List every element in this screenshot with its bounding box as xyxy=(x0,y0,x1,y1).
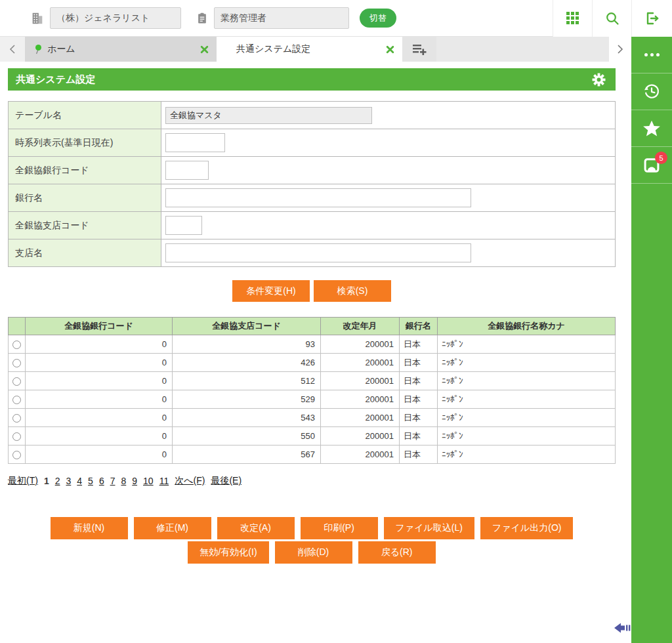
field-label: 銀行名 xyxy=(9,184,161,212)
sidebar-filler xyxy=(631,184,672,643)
page-link[interactable]: 11 xyxy=(159,476,169,486)
apps-menu-button[interactable] xyxy=(553,0,592,37)
tabs-scroll-right-button[interactable] xyxy=(609,37,631,62)
page-link[interactable]: 10 xyxy=(143,476,154,486)
results-header-row: 全銀協銀行コード 全銀協支店コード 改定年月 銀行名 全銀協銀行名称カナ xyxy=(9,318,616,335)
form-row: 全銀協銀行コード xyxy=(9,157,616,184)
role-field[interactable] xyxy=(214,7,349,29)
page-link[interactable]: 6 xyxy=(99,476,104,486)
switch-button[interactable]: 切替 xyxy=(360,9,396,28)
revise-button[interactable]: 改定(A) xyxy=(217,517,295,539)
sidebar-more-button[interactable] xyxy=(631,37,672,73)
settings-gear-icon[interactable] xyxy=(591,72,606,87)
field-label: 時系列表示(基準日現在) xyxy=(9,129,161,157)
revision-cell: 200001 xyxy=(321,409,400,427)
topbar-actions xyxy=(553,0,672,37)
table-row: 0 529 200001 日本 ﾆｯﾎﾟﾝ xyxy=(9,390,616,409)
tab-home[interactable]: ホーム xyxy=(25,37,217,62)
field-label: テーブル名 xyxy=(9,102,161,129)
table-name-input[interactable] xyxy=(165,107,372,124)
tab-common-system-settings[interactable]: 共通システム設定 xyxy=(217,37,402,62)
edit-button[interactable]: 修正(M) xyxy=(134,517,211,539)
page-next-link[interactable]: 次へ(F) xyxy=(175,475,205,487)
page-link[interactable]: 7 xyxy=(110,476,116,486)
tab-home-close-icon[interactable] xyxy=(200,45,209,54)
bank-code-input[interactable] xyxy=(165,161,209,180)
bank-name-input[interactable] xyxy=(165,188,471,207)
tab-active-label: 共通システム設定 xyxy=(236,43,386,55)
row-select-radio[interactable] xyxy=(12,432,21,441)
company-field[interactable] xyxy=(50,7,181,29)
bank-name-cell: 日本 xyxy=(400,390,438,409)
search-submit-button[interactable]: 検索(S) xyxy=(314,280,391,302)
bank-kana-cell: ﾆｯﾎﾟﾝ xyxy=(438,354,616,372)
page-link[interactable]: 5 xyxy=(88,476,93,486)
row-select-radio[interactable] xyxy=(12,451,21,459)
tab-home-label: ホーム xyxy=(47,43,200,55)
chevron-right-icon xyxy=(617,44,623,54)
bank-code-cell: 0 xyxy=(26,372,173,390)
bank-name-cell: 日本 xyxy=(400,335,438,354)
revision-cell: 200001 xyxy=(321,446,400,464)
table-row: 0 426 200001 日本 ﾆｯﾎﾟﾝ xyxy=(9,354,616,372)
back-button[interactable]: 戻る(R) xyxy=(358,541,436,564)
page-link[interactable]: 9 xyxy=(132,476,137,486)
results-table: 全銀協銀行コード 全銀協支店コード 改定年月 銀行名 全銀協銀行名称カナ 0 9… xyxy=(8,317,616,464)
branch-code-cell: 529 xyxy=(173,390,321,409)
row-select-radio[interactable] xyxy=(12,377,21,386)
search-form: テーブル名 時系列表示(基準日現在) 全銀協銀行コード 銀行名 全銀協支店コード xyxy=(8,101,616,267)
page-first-link[interactable]: 最初(T) xyxy=(8,475,38,487)
column-header: 全銀協支店コード xyxy=(173,318,321,335)
row-select-radio[interactable] xyxy=(12,359,21,367)
row-select-radio[interactable] xyxy=(12,396,21,404)
collapse-sidebar-button[interactable] xyxy=(614,622,631,634)
field-label: 全銀協銀行コード xyxy=(9,157,161,184)
bank-code-cell: 0 xyxy=(26,354,173,372)
branch-code-cell: 550 xyxy=(173,427,321,446)
action-buttons-row-2: 無効/有効化(I) 削除(D) 戻る(R) xyxy=(8,541,616,564)
print-button[interactable]: 印刷(P) xyxy=(301,517,378,539)
search-icon xyxy=(604,10,620,26)
new-button[interactable]: 新規(N) xyxy=(51,517,128,539)
bank-name-cell: 日本 xyxy=(400,409,438,427)
pin-icon xyxy=(33,44,43,55)
add-tab-button[interactable] xyxy=(402,37,436,62)
row-select-radio[interactable] xyxy=(12,414,21,423)
page-last-link[interactable]: 最後(E) xyxy=(211,475,242,487)
sidebar-history-button[interactable] xyxy=(631,73,672,110)
branch-code-input[interactable] xyxy=(165,216,202,235)
table-row: 0 567 200001 日本 ﾆｯﾎﾟﾝ xyxy=(9,446,616,464)
bank-code-cell: 0 xyxy=(26,427,173,446)
page-link[interactable]: 8 xyxy=(121,476,126,486)
change-conditions-button[interactable]: 条件変更(H) xyxy=(232,280,310,302)
bank-name-cell: 日本 xyxy=(400,372,438,390)
arrow-left-icon xyxy=(614,622,631,634)
file-export-button[interactable]: ファイル出力(O) xyxy=(480,517,574,539)
main-area: ホーム 共通システム設定 xyxy=(0,37,631,643)
delete-button[interactable]: 削除(D) xyxy=(275,541,352,564)
branch-code-cell: 93 xyxy=(173,335,321,354)
tab-active-close-icon[interactable] xyxy=(386,45,394,54)
bank-name-cell: 日本 xyxy=(400,446,438,464)
branch-name-input[interactable] xyxy=(165,243,471,262)
ellipsis-icon xyxy=(644,53,660,56)
tabs-scroll-left-button[interactable] xyxy=(0,37,25,62)
bank-kana-cell: ﾆｯﾎﾟﾝ xyxy=(438,409,616,427)
page-link[interactable]: 2 xyxy=(55,476,60,486)
form-row: 時系列表示(基準日現在) xyxy=(9,129,616,157)
page-link[interactable]: 3 xyxy=(66,476,71,486)
file-import-button[interactable]: ファイル取込(L) xyxy=(384,517,474,539)
form-row: 支店名 xyxy=(9,239,616,267)
sidebar-inbox-button[interactable]: 5 xyxy=(631,147,672,184)
row-select-radio[interactable] xyxy=(12,341,21,349)
sidebar-favorites-button[interactable] xyxy=(631,110,672,147)
time-series-date-input[interactable] xyxy=(165,133,225,152)
field-label: 支店名 xyxy=(9,239,161,267)
search-button[interactable] xyxy=(592,0,631,37)
revision-cell: 200001 xyxy=(321,335,400,354)
enable-disable-button[interactable]: 無効/有効化(I) xyxy=(188,541,268,564)
revision-cell: 200001 xyxy=(321,372,400,390)
right-sidebar: 5 xyxy=(631,37,672,643)
logout-button[interactable] xyxy=(631,0,672,37)
page-link[interactable]: 4 xyxy=(77,476,82,486)
